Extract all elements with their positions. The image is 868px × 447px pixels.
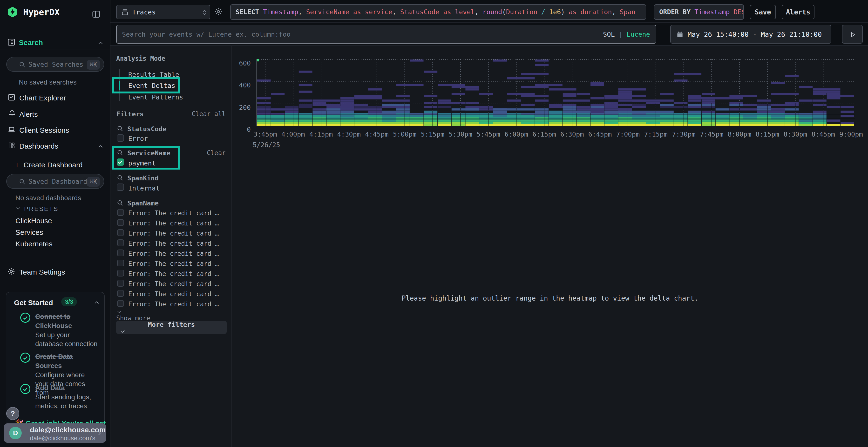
x-tick-label: 7:15pm [644, 131, 668, 138]
delta-chart-empty-message: Please highlight an outlier range in the… [232, 294, 868, 302]
preset-services[interactable]: Services [16, 228, 43, 237]
gear-icon [7, 267, 16, 276]
filter-group-spankind[interactable]: SpanKind [127, 174, 159, 182]
span-name-option-label: Error: The credit card … [128, 280, 219, 287]
presets-label[interactable]: PRESETS [24, 205, 58, 213]
y-tick-label: 600 [232, 60, 251, 67]
span-name-row[interactable]: Error: The credit card … [111, 289, 232, 300]
clear-all-link[interactable]: Clear all [192, 110, 226, 117]
gear-icon[interactable] [214, 7, 223, 16]
checkbox-span-name[interactable] [117, 209, 124, 216]
event-search-input[interactable]: Search your events w/ Lucene ex. column:… [116, 25, 656, 44]
get-started-item-title: Add Data [35, 383, 99, 392]
help-button[interactable]: ? [6, 407, 19, 420]
mode-results-table[interactable]: Results Table [128, 71, 179, 78]
saved-dashboards-input[interactable]: Saved Dashboards ⌘K [6, 174, 104, 189]
user-menu[interactable]: D dale@clickhouse.com dale@clickhouse.co… [4, 423, 106, 443]
filter-option-error[interactable]: Error [128, 135, 148, 142]
order-by-input[interactable]: ORDER BY Timestamp DESC [654, 4, 744, 20]
mode-event-deltas[interactable]: Event Deltas [128, 82, 175, 89]
mode-event-patterns[interactable]: Event Patterns [128, 94, 183, 101]
sidebar-item-chart-explorer[interactable]: Chart Explorer [19, 94, 66, 102]
chevron-up-icon[interactable] [94, 300, 100, 306]
checkbox-error[interactable] [117, 134, 124, 142]
filter-option-payment[interactable]: payment [128, 160, 156, 167]
lang-toggle-lucene[interactable]: Lucene [626, 31, 650, 38]
span-name-option-label: Error: The credit card … [128, 270, 219, 277]
x-tick-label: 4:00pm [281, 131, 305, 138]
sidebar-collapse-icon[interactable] [92, 10, 101, 19]
x-axis-date: 5/26/25 [253, 141, 280, 148]
x-tick-label: 9:00pm [839, 131, 863, 138]
chevron-up-icon[interactable] [97, 143, 104, 150]
search-toolbar: Search your events w/ Lucene ex. column:… [111, 23, 868, 46]
saved-dashboards-placeholder: Saved Dashboards [28, 178, 91, 185]
checkbox-internal[interactable] [117, 183, 124, 191]
more-filters-button[interactable]: More filters [116, 321, 227, 334]
saved-searches-input[interactable]: Saved Searches ⌘K [6, 57, 104, 72]
checkbox-span-name[interactable] [117, 280, 124, 286]
filter-group-servicename[interactable]: ServiceName [127, 149, 170, 157]
checkbox-span-name[interactable] [117, 270, 124, 276]
get-started-item[interactable]: Connect to ClickHouse Set up your databa… [20, 312, 99, 348]
sql-query-input[interactable]: SELECT Timestamp, ServiceName as service… [230, 4, 646, 20]
y-tick-label: 0 [232, 126, 251, 133]
span-name-row[interactable]: Error: The credit card … [111, 249, 232, 259]
span-name-row[interactable]: Error: The credit card … [111, 219, 232, 229]
filter-group-spanname[interactable]: SpanName [127, 199, 159, 207]
source-select[interactable]: Traces [116, 5, 210, 19]
preset-kubernetes[interactable]: Kubernetes [16, 240, 52, 248]
plus-icon: + [15, 161, 19, 169]
lang-toggle-sql[interactable]: SQL [603, 31, 615, 38]
filter-option-internal[interactable]: Internal [128, 184, 160, 192]
span-name-row[interactable]: Error: The credit card … [111, 269, 232, 279]
show-more-link[interactable]: Show more [116, 309, 150, 322]
span-name-row[interactable]: Error: The credit card … [111, 300, 232, 310]
chevron-right-icon [96, 429, 103, 437]
span-name-row[interactable]: Error: The credit card … [111, 239, 232, 249]
x-tick-label: 8:30pm [784, 131, 807, 138]
run-query-button[interactable] [842, 25, 863, 44]
avatar: D [9, 427, 22, 439]
span-name-option-label: Error: The credit card … [128, 290, 219, 298]
sidebar-item-client-sessions[interactable]: Client Sessions [19, 126, 69, 134]
span-name-row[interactable]: Error: The credit card … [111, 209, 232, 219]
get-started-title: Get Started [14, 299, 53, 307]
sidebar-item-team-settings[interactable]: Team Settings [19, 268, 65, 276]
checkbox-payment[interactable] [117, 159, 124, 166]
sidebar-item-dashboards[interactable]: Dashboards [19, 142, 58, 150]
duration-heatmap[interactable] [256, 57, 855, 126]
span-name-option-label: Error: The credit card … [128, 209, 219, 217]
checkbox-span-name[interactable] [117, 300, 124, 307]
sidebar-item-alerts[interactable]: Alerts [19, 110, 38, 118]
span-name-row[interactable]: Error: The credit card … [111, 259, 232, 269]
filter-group-statuscode[interactable]: StatusCode [127, 125, 166, 133]
get-started-item[interactable]: Add Data Start sending logs, metrics, or… [20, 383, 99, 410]
time-range-picker[interactable]: May 26 15:40:00 - May 26 21:10:00 [670, 25, 831, 44]
clear-link[interactable]: Clear [207, 149, 226, 157]
chevron-down-icon[interactable] [16, 205, 21, 211]
lang-toggle-separator: | [619, 31, 623, 38]
checkbox-span-name[interactable] [117, 219, 124, 226]
chevron-up-icon[interactable] [97, 40, 104, 46]
checkbox-span-name[interactable] [117, 249, 124, 256]
chevron-down-icon [120, 328, 126, 335]
no-saved-searches-note: No saved searches [19, 78, 77, 86]
alerts-button[interactable]: Alerts [782, 5, 814, 19]
span-name-row[interactable]: Error: The credit card … [111, 229, 232, 239]
checkbox-span-name[interactable] [117, 229, 124, 236]
search-icon [117, 125, 123, 132]
sidebar-item-search[interactable]: Search [19, 38, 43, 47]
x-tick-label: 6:15pm [532, 131, 556, 138]
create-dashboard-button[interactable]: +Create Dashboard [15, 161, 83, 169]
checkbox-span-name[interactable] [117, 290, 124, 297]
x-tick-label: 8:00pm [728, 131, 751, 138]
filter-panel: Analysis Mode Results Table Event Deltas… [111, 46, 232, 447]
get-started-item-desc: Set up your database connection [35, 331, 99, 348]
checkbox-span-name[interactable] [117, 239, 124, 246]
span-name-row[interactable]: Error: The credit card … [111, 279, 232, 289]
save-button[interactable]: Save [750, 5, 776, 19]
checkbox-span-name[interactable] [117, 260, 124, 266]
preset-clickhouse[interactable]: ClickHouse [16, 217, 52, 225]
calendar-icon [676, 31, 684, 38]
